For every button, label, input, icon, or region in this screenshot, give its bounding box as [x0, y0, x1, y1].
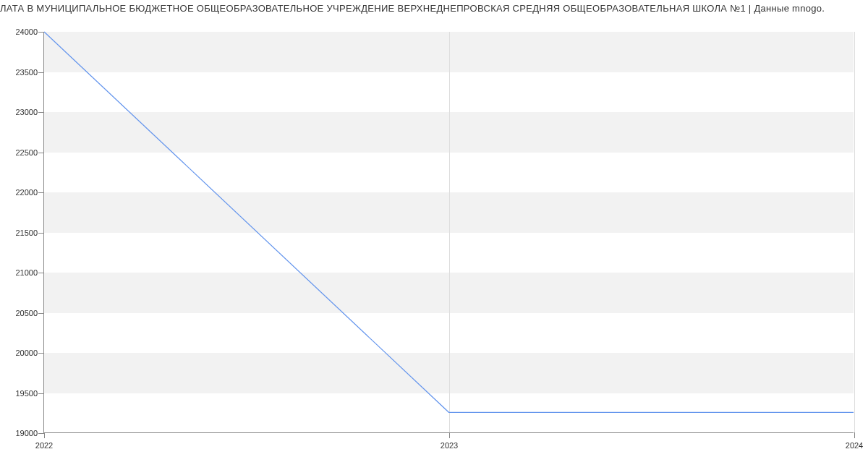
y-axis-label: 21000 [15, 268, 38, 277]
y-tick [38, 313, 44, 314]
y-axis-label: 23000 [15, 108, 38, 116]
x-axis-label: 2024 [846, 441, 863, 450]
data-series-line [44, 32, 854, 412]
y-tick [38, 273, 44, 273]
y-tick [38, 192, 44, 193]
y-tick [38, 393, 44, 394]
y-tick [38, 72, 44, 73]
y-tick [38, 433, 44, 434]
y-axis-label: 24000 [15, 27, 38, 36]
y-axis-label: 22000 [15, 188, 38, 197]
line-layer [44, 32, 854, 432]
plot-area: 202220232024 [43, 32, 854, 433]
y-tick [38, 153, 44, 153]
x-tick [854, 432, 855, 438]
x-tick [449, 432, 450, 438]
y-tick [38, 353, 44, 354]
y-axis-label: 20500 [15, 309, 38, 317]
x-tick [44, 432, 45, 438]
chart-container: 202220232024 190001950020000205002100021… [0, 14, 868, 462]
y-axis-label: 22500 [15, 148, 38, 157]
chart-title: ЛАТА В МУНИЦИПАЛЬНОЕ БЮДЖЕТНОЕ ОБЩЕОБРАЗ… [0, 0, 868, 14]
y-axis-label: 19000 [15, 429, 38, 437]
vertical-gridline [854, 32, 855, 432]
y-tick [38, 32, 44, 33]
y-axis-label: 20000 [15, 349, 38, 357]
y-tick [38, 233, 44, 234]
x-axis-label: 2022 [35, 441, 53, 450]
y-axis-label: 21500 [15, 228, 38, 237]
y-tick [38, 112, 44, 113]
x-axis-label: 2023 [441, 441, 458, 450]
y-axis-label: 23500 [15, 68, 38, 77]
y-axis-label: 19500 [15, 389, 38, 398]
